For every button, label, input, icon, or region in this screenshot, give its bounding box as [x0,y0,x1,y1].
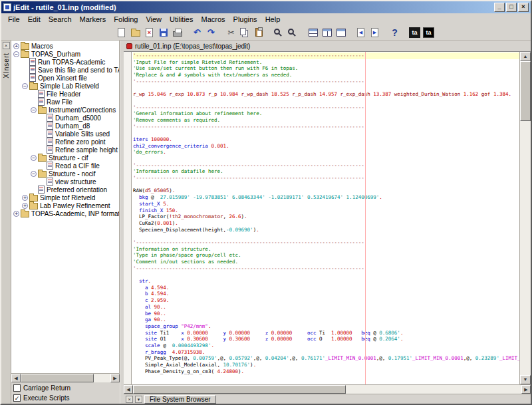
tree-item-preferred-orientation[interactable]: Preferred orientation [11,186,119,194]
split-vertical-button[interactable] [320,25,334,39]
print-button[interactable] [170,25,184,39]
close-button[interactable]: × [518,3,529,12]
menu-folding[interactable]: Folding [110,15,142,24]
tree-minus-handle-icon[interactable]: − [13,51,19,57]
buffer-tab-label[interactable]: rutile_01.inp (E:\topas_test\topas_jedit… [135,43,250,50]
tree-item-raw-file[interactable]: Raw File [11,98,119,106]
tree-minus-handle-icon[interactable]: − [22,83,28,89]
tree-minus-handle-icon[interactable]: − [31,171,37,177]
wrap-margin-line [365,52,366,384]
editor-line: '---------------------------------------… [133,239,519,246]
next-buffer-button[interactable]: ▶ [368,25,382,39]
document-icon [47,162,53,170]
menu-macros[interactable]: Macros [197,15,229,24]
folder-icon [29,83,38,90]
tree-item-label: Refine zero point [55,138,106,146]
editor-vscroll-thumb[interactable] [520,61,531,121]
cut-button[interactable]: ✂ [224,25,238,39]
file-system-browser-button[interactable]: File System Browser [144,395,216,404]
minimize-button[interactable]: _ [494,3,505,12]
redo-button[interactable]: ↷ [204,25,218,39]
previous-buffer-button[interactable]: ◀ [354,25,368,39]
tree-item-refine-sample-height[interactable]: Refine sample height [11,146,119,154]
topas-run-button[interactable]: ta [422,25,436,39]
save-file-button[interactable] [156,25,170,39]
open-file-button[interactable] [128,25,142,39]
copy-button[interactable] [238,25,252,39]
tree-item-topas-academic-inp-format[interactable]: +TOPAS-Academic, INP format [11,209,119,217]
find-next-button[interactable] [286,25,300,39]
tree-hscroll-thumb[interactable] [21,374,94,382]
new-file-button[interactable] [114,25,128,39]
checkbox-execute-scripts[interactable]: ✓Execute Scripts [13,393,118,403]
menu-help[interactable]: Help [261,15,285,24]
dock-tab-xinsert[interactable]: XInsert [3,53,10,78]
tree-item-durham-d5000[interactable]: Durham_d5000 [11,114,119,122]
tree-item-save-this-file-and-send-to-ta[interactable]: Save this file and send to TA [11,66,119,74]
tree-item-lab-pawley-refinement[interactable]: +Lab Pawley Refinement [11,202,119,209]
undo-button[interactable]: ↶ [190,25,204,39]
find-button[interactable] [272,25,286,39]
tree-plus-handle-icon[interactable]: + [13,43,19,49]
tree-item-durham-d8[interactable]: Durham_d8 [11,122,119,130]
checkbox-icon: ✓ [13,394,21,402]
unsplit-button[interactable] [334,25,348,39]
menu-edit[interactable]: Edit [24,15,45,24]
menu-search[interactable]: Search [45,15,76,24]
tree-item-structure-nocif[interactable]: −Structure - nocif [11,170,119,178]
tree-item-variable-slits-used[interactable]: Variable Slits used [11,130,119,138]
xinsert-panel: +Macros−TOPAS_DurhamRun TOPAS-AcademicSa… [11,41,120,404]
tree-item-topas-durham[interactable]: −TOPAS_Durham [11,50,119,58]
editor-hscroll-thumb[interactable] [133,385,346,394]
tree-item-label: TOPAS-Academic, INP format [31,210,120,217]
topas-run-icon: ta [423,27,434,38]
jedit-window: jEdit - rutile_01.inp (modified) _ □ × F… [0,0,532,405]
tree-item-simple-lab-rietveld[interactable]: −Simple Lab Rietveld [11,82,119,90]
tree-item-run-topas-academic[interactable]: Run TOPAS-Academic [11,58,119,66]
bottom-dock-popup-button[interactable]: ▼ [135,396,142,403]
editor-text-area[interactable]: '---------------------------------------… [132,52,519,384]
paste-button[interactable] [252,25,266,39]
tree-item-read-a-cif-file[interactable]: Read a CIF file [11,162,119,170]
tree-item-open-xinsert-file[interactable]: Open Xinsert file [11,74,119,82]
menu-markers[interactable]: Markers [76,15,110,24]
tree-item-simple-tof-rietveld[interactable]: +Simple tof Rietveld [11,194,119,202]
menu-file[interactable]: File [4,15,24,24]
editor-scroll-left-button[interactable]: ◀ [124,385,133,394]
editor-scroll-right-button[interactable]: ▶ [521,385,531,394]
next-buffer-icon: ▶ [371,28,378,37]
bottom-dock-close-button[interactable]: × [126,396,133,403]
tree-plus-handle-icon[interactable]: + [13,211,19,217]
tree-item-view-structure[interactable]: view structure [11,178,119,186]
menu-plugins[interactable]: Plugins [229,15,261,24]
tree-scroll-right-button[interactable]: ▶ [110,374,120,382]
topas-save-set-current-button[interactable]: ta [408,25,422,39]
tree-minus-handle-icon[interactable]: − [31,107,37,113]
tree-minus-handle-icon[interactable]: − [31,155,37,161]
editor-gutter [124,52,132,384]
print-icon [173,31,182,37]
editor-scroll-up-button[interactable]: ▲ [520,52,531,61]
tree-scroll-left-button[interactable]: ◀ [11,374,21,382]
folder-icon [21,43,29,50]
menu-view[interactable]: View [142,15,166,24]
tree-item-macros[interactable]: +Macros [11,42,119,50]
checkbox-carriage-return[interactable]: Carriage Return [13,383,118,393]
close-buffer-button[interactable]: × [142,25,156,39]
menu-utilities[interactable]: Utilities [166,15,197,24]
tree-item-refine-zero-point[interactable]: Refine zero point [11,138,119,146]
editor-scroll-down-button[interactable]: ▼ [520,375,531,384]
help-button[interactable]: ? [388,25,402,39]
dock-close-button[interactable]: × [3,42,10,49]
editor-vscrollbar[interactable]: ▲ ▼ [519,52,531,384]
tree-item-structure-cif[interactable]: −Structure - cif [11,154,119,162]
document-icon [29,58,36,66]
maximize-button[interactable]: □ [506,3,517,12]
tree-item-instrument-corrections[interactable]: −Instrument/Corrections [11,106,119,114]
tree-plus-handle-icon[interactable]: + [22,203,28,209]
tree-hscrollbar[interactable]: ◀ ▶ [11,373,120,382]
tree-item-file-header[interactable]: File Header [11,90,119,98]
tree-plus-handle-icon[interactable]: + [22,195,28,201]
editor-hscrollbar[interactable]: ◀ ▶ [124,384,531,394]
split-horizontal-button[interactable] [306,25,320,39]
